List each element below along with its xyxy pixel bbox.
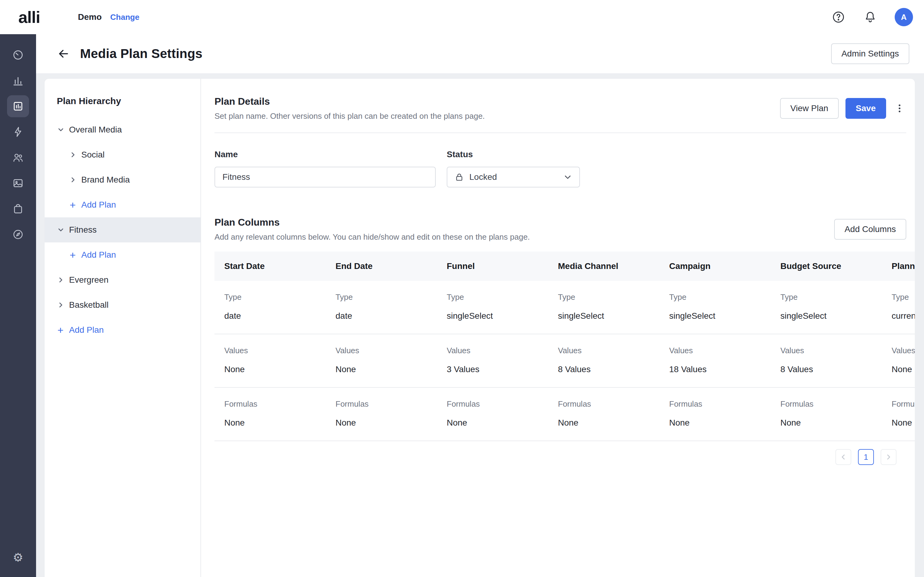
tree-item-label: Basketball — [69, 300, 108, 310]
app-root: alli Demo Change A — [0, 0, 924, 577]
cell-label: Formulas — [558, 399, 659, 409]
people-icon[interactable] — [7, 147, 29, 169]
cell-label: Values — [669, 346, 771, 355]
table-cell[interactable]: TypesingleSelect — [771, 281, 882, 334]
table-cell[interactable]: Typedate — [215, 281, 326, 334]
tree-item-brand-media[interactable]: Brand Media — [45, 167, 200, 192]
cell-label: Formulas — [447, 399, 548, 409]
pagination-prev-icon[interactable] — [835, 449, 851, 465]
workspace-change-link[interactable]: Change — [110, 13, 139, 22]
table-cell[interactable]: FormulasNone — [659, 388, 771, 440]
tree-item-label: Fitness — [69, 225, 97, 235]
lightning-icon[interactable] — [7, 121, 29, 143]
plan-details-header: Plan Details Set plan name. Other versio… — [215, 96, 915, 121]
table-formulas-row: FormulasNoneFormulasNoneFormulasNoneForm… — [215, 388, 915, 441]
view-plan-button[interactable]: View Plan — [780, 98, 839, 119]
table-cell[interactable]: FormulasNone — [326, 388, 437, 440]
column-header: Media Channel — [548, 261, 659, 271]
status-select[interactable]: Locked — [447, 167, 580, 187]
lock-icon — [455, 172, 464, 182]
column-header: Funnel — [437, 261, 548, 271]
tree-item-label: Social — [81, 150, 105, 160]
table-cell[interactable]: Values8 Values — [548, 334, 659, 387]
cell-label: Formulas — [669, 399, 771, 409]
cell-label: Values — [336, 346, 437, 355]
cell-value: None — [224, 364, 326, 374]
tree-add-plan[interactable]: +Add Plan — [45, 192, 200, 218]
cell-label: Type — [224, 292, 326, 302]
table-cell[interactable]: TypesingleSelect — [437, 281, 548, 334]
cell-value: None — [447, 418, 548, 428]
pagination-page-1[interactable]: 1 — [858, 449, 874, 465]
status-field-group: Status Locked — [447, 150, 580, 187]
column-header: Planned Spend — [882, 261, 915, 271]
cell-label: Values — [558, 346, 659, 355]
back-arrow-icon[interactable] — [56, 46, 71, 62]
tree-add-plan[interactable]: +Add Plan — [45, 242, 200, 268]
cell-label: Values — [447, 346, 548, 355]
body-row: ⚙ Media Plan Settings Admin Settings Pla… — [0, 34, 924, 577]
table-cell[interactable]: TypesingleSelect — [548, 281, 659, 334]
tree-item-fitness[interactable]: Fitness — [45, 218, 200, 242]
table-cell[interactable]: FormulasNone — [437, 388, 548, 440]
notifications-bell-icon[interactable] — [863, 10, 877, 24]
table-cell[interactable]: Values8 Values — [771, 334, 882, 387]
cell-value: 18 Values — [669, 364, 771, 374]
cell-value: 8 Values — [558, 364, 659, 374]
chevron-down-icon — [57, 227, 67, 233]
pagination-next-icon[interactable] — [880, 449, 897, 465]
name-input[interactable] — [215, 167, 436, 187]
tree-item-social[interactable]: Social — [45, 142, 200, 167]
cell-value: None — [669, 418, 771, 428]
cell-label: Values — [780, 346, 882, 355]
plan-columns-subtitle: Add any relevant columns below. You can … — [215, 232, 530, 242]
tree-item-evergreen[interactable]: Evergreen — [45, 268, 200, 292]
cell-value: None — [558, 418, 659, 428]
save-button[interactable]: Save — [845, 98, 886, 119]
table-cell[interactable]: Values18 Values — [659, 334, 771, 387]
page-header: Media Plan Settings Admin Settings — [36, 34, 924, 73]
table-cell[interactable]: FormulasNone — [882, 388, 915, 440]
plan-details-subtitle: Set plan name. Other versions of this pl… — [215, 111, 485, 121]
cell-value: 8 Values — [780, 364, 882, 374]
cell-label: Type — [892, 292, 915, 302]
cell-value: date — [336, 311, 437, 321]
topbar-actions: A — [831, 8, 924, 26]
tree-item-overall-media[interactable]: Overall Media — [45, 117, 200, 142]
table-cell[interactable]: FormulasNone — [215, 388, 326, 440]
chevron-right-icon — [69, 176, 79, 183]
plus-icon: + — [69, 199, 79, 211]
user-avatar[interactable]: A — [895, 8, 913, 26]
table-cell[interactable]: Typecurrency — [882, 281, 915, 334]
tree-add-plan[interactable]: +Add Plan — [45, 318, 200, 343]
status-label: Status — [447, 150, 580, 160]
chevron-down-icon — [564, 173, 572, 181]
table-cell[interactable]: ValuesNone — [326, 334, 437, 387]
table-cell[interactable]: TypesingleSelect — [659, 281, 771, 334]
dashboard-gauge-icon[interactable] — [7, 44, 29, 66]
table-cell[interactable]: Values3 Values — [437, 334, 548, 387]
table-cell[interactable]: ValuesNone — [215, 334, 326, 387]
help-icon[interactable] — [831, 10, 846, 24]
media-plans-board-icon[interactable] — [7, 95, 29, 117]
status-select-value: Locked — [469, 172, 497, 182]
cell-value: None — [336, 364, 437, 374]
cell-value: singleSelect — [780, 311, 882, 321]
table-cell[interactable]: FormulasNone — [548, 388, 659, 440]
settings-gear-icon[interactable]: ⚙ — [7, 546, 29, 569]
plan-hierarchy-title: Plan Hierarchy — [45, 96, 200, 106]
name-field-group: Name — [215, 150, 436, 187]
table-cell[interactable]: FormulasNone — [771, 388, 882, 440]
add-columns-button[interactable]: Add Columns — [834, 219, 906, 240]
compass-icon[interactable] — [7, 224, 29, 245]
tree-item-basketball[interactable]: Basketball — [45, 292, 200, 318]
image-icon[interactable] — [7, 172, 29, 194]
more-options-kebab-icon[interactable] — [893, 99, 906, 118]
table-cell[interactable]: Typedate — [326, 281, 437, 334]
tree-item-label: Overall Media — [69, 125, 122, 135]
shopping-bag-icon[interactable] — [7, 198, 29, 220]
bar-chart-icon[interactable] — [7, 69, 29, 92]
table-cell[interactable]: ValuesNone — [882, 334, 915, 387]
admin-settings-button[interactable]: Admin Settings — [831, 44, 909, 64]
cell-label: Values — [224, 346, 326, 355]
